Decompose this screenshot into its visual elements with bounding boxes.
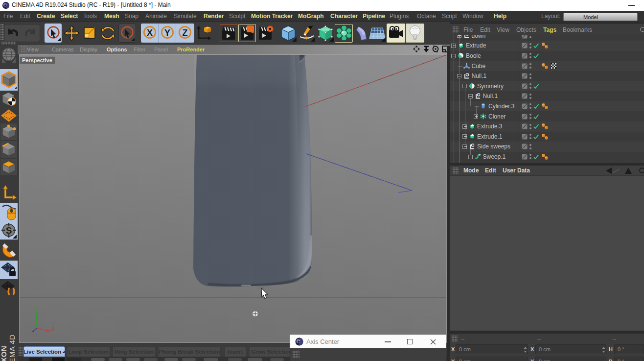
svg-text:S: S: [6, 225, 12, 236]
svg-text:Y: Y: [34, 306, 38, 311]
svg-text:Y: Y: [164, 28, 170, 38]
svg-text:X: X: [51, 326, 55, 332]
svg-text:Z: Z: [183, 28, 188, 38]
svg-text:X: X: [147, 28, 153, 38]
